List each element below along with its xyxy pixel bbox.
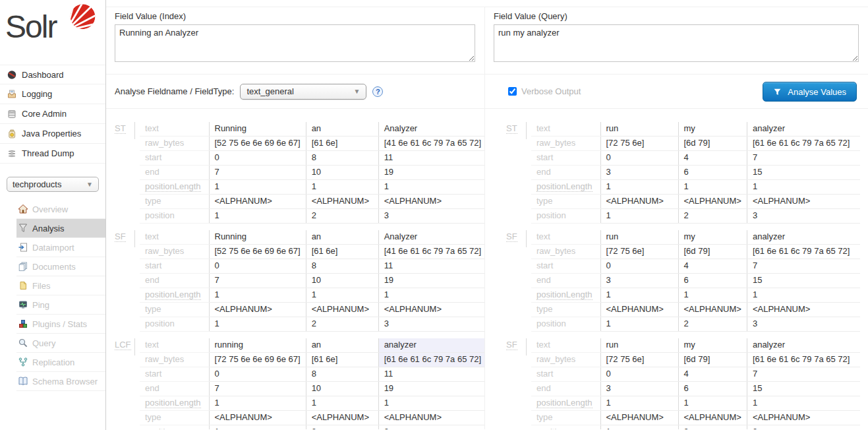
token-raw_bytes-value: [41 6e 61 6c 79 7a 65 72] (378, 245, 485, 259)
sidebar-item-dataimport[interactable]: Dataimport (16, 238, 105, 257)
dataimport-icon (18, 242, 28, 253)
sidebar-item-core-admin[interactable]: Core Admin (0, 104, 105, 124)
token-attr-label: raw_bytes (531, 353, 600, 367)
analyse-values-button[interactable]: Analyse Values (763, 82, 857, 102)
solr-logo-burst-icon (63, 3, 98, 39)
token-type-value: <ALPHANUM> (600, 303, 678, 317)
token-attr-label: position (140, 209, 209, 224)
token-attr-row: type<ALPHANUM><ALPHANUM><ALPHANUM> (140, 195, 485, 209)
token-attr-row: type<ALPHANUM><ALPHANUM><ALPHANUM> (531, 411, 860, 425)
token-end-value: 19 (378, 274, 485, 288)
token-text-value: running (209, 338, 306, 353)
token-table: textRunninganAnalyzerraw_bytes[52 75 6e … (140, 230, 485, 332)
token-text-value: my (678, 122, 747, 137)
token-raw_bytes-value: [61 6e 61 6c 79 7a 65 72] (747, 245, 860, 259)
token-attr-label: start (140, 151, 209, 166)
token-attr-row: start0811 (140, 367, 485, 382)
token-attr-label: position (140, 425, 209, 430)
solr-logo[interactable]: Solr (5, 5, 98, 53)
token-position-value: 2 (678, 317, 747, 332)
token-end-value: 15 (747, 382, 860, 396)
token-start-value: 11 (378, 367, 485, 382)
token-start-value: 11 (378, 151, 485, 166)
token-start-value: 11 (378, 259, 485, 274)
token-position-value: 1 (600, 209, 678, 224)
token-attr-row: position123 (531, 317, 860, 332)
token-attr-row: end71019 (140, 166, 485, 180)
token-type-value: <ALPHANUM> (378, 411, 485, 425)
field-value-index-input[interactable]: Running an Analyzer (115, 24, 475, 62)
token-text-value: an (306, 230, 378, 245)
logging-icon (7, 89, 17, 100)
abbr-divider (526, 230, 527, 247)
sidebar-item-analysis[interactable]: Analysis (16, 219, 105, 238)
files-icon (18, 280, 28, 291)
sidebar-item-plugins-stats[interactable]: Plugins / Stats (16, 315, 105, 334)
analyzer-abbr: SF (506, 230, 526, 241)
token-text-value: an (306, 338, 378, 353)
token-positionLength-value: 1 (747, 288, 860, 303)
token-type-value: <ALPHANUM> (378, 303, 485, 317)
token-start-value: 0 (209, 259, 306, 274)
token-raw_bytes-value: [41 6e 61 6c 79 7a 65 72] (378, 137, 485, 151)
token-raw_bytes-value: [72 75 6e 6e 69 6e 67] (209, 353, 306, 367)
token-attr-row: textRunninganAnalyzer (140, 230, 485, 245)
token-raw_bytes-value: [6d 79] (678, 137, 747, 151)
core-menu: OverviewAnalysisDataimportDocumentsFiles… (0, 200, 105, 391)
sidebar-item-documents[interactable]: Documents (16, 257, 105, 276)
token-end-value: 7 (209, 274, 306, 288)
token-positionLength-value: 1 (209, 288, 306, 303)
sidebar-item-thread-dump[interactable]: Thread Dump (0, 144, 105, 164)
token-attr-label: position (531, 425, 600, 430)
token-attr-row: position123 (531, 209, 860, 224)
sidebar-item-replication[interactable]: Replication (16, 353, 105, 372)
verbose-output-label: Verbose Output (521, 86, 581, 96)
java-properties-icon (7, 129, 17, 139)
token-attr-row: raw_bytes[72 75 6e][6d 79][61 6e 61 6c 7… (531, 245, 860, 259)
token-attr-row: start0811 (140, 151, 485, 166)
token-attr-label: start (531, 151, 600, 166)
token-positionLength-value: 1 (678, 288, 747, 303)
token-table: textrunmyanalyzerraw_bytes[72 75 6e][6d … (531, 338, 860, 429)
core-selector[interactable]: techproducts ▼ (7, 177, 99, 192)
sidebar-item-java-properties[interactable]: Java Properties (0, 124, 105, 144)
token-attr-label: end (140, 274, 209, 288)
token-end-value: 10 (306, 274, 378, 288)
token-text-value: Analyzer (378, 122, 485, 137)
sidebar-item-schema-browser[interactable]: Schema Browser (16, 372, 105, 391)
token-raw_bytes-value: [52 75 6e 6e 69 6e 67] (209, 245, 306, 259)
sidebar-item-query[interactable]: Query (16, 334, 105, 353)
fieldtype-select[interactable]: text_general ▼ (240, 84, 366, 100)
token-text-value: my (678, 338, 747, 353)
sidebar-item-files[interactable]: Files (16, 276, 105, 295)
sidebar-item-label: Query (32, 338, 55, 348)
token-type-value: <ALPHANUM> (678, 411, 747, 425)
token-attr-row: raw_bytes[52 75 6e 6e 69 6e 67][61 6e][4… (140, 137, 485, 151)
sidebar-item-ping[interactable]: Ping (16, 295, 105, 315)
sidebar-item-label: Core Admin (22, 109, 67, 119)
field-value-query-section: Field Value (Query) run my analyzer (485, 7, 868, 75)
help-icon[interactable]: ? (372, 86, 383, 97)
sidebar-item-dashboard[interactable]: Dashboard (0, 65, 105, 84)
sidebar-item-overview[interactable]: Overview (16, 200, 105, 219)
analysis-icon (18, 223, 28, 233)
token-position-value: 3 (378, 425, 485, 430)
token-attr-row: type<ALPHANUM><ALPHANUM><ALPHANUM> (140, 411, 485, 425)
token-text-value: run (600, 338, 678, 353)
token-attr-label: start (531, 367, 600, 382)
token-attr-label: end (531, 274, 600, 288)
token-start-value: 8 (306, 259, 378, 274)
token-type-value: <ALPHANUM> (209, 195, 306, 209)
token-end-value: 6 (678, 274, 747, 288)
plugins-icon (18, 319, 28, 329)
token-positionLength-value: 1 (747, 396, 860, 411)
token-attr-row: end3615 (531, 274, 860, 288)
field-value-query-input[interactable]: run my analyzer (494, 24, 859, 62)
sidebar-item-label: Documents (32, 262, 76, 272)
verbose-output-checkbox[interactable] (508, 87, 517, 96)
documents-icon (18, 261, 28, 272)
token-type-value: <ALPHANUM> (600, 411, 678, 425)
fieldtype-controls: Analyse Fieldname / FieldType: text_gene… (106, 75, 485, 109)
sidebar-item-logging[interactable]: Logging (0, 84, 105, 104)
token-end-value: 10 (306, 166, 378, 180)
